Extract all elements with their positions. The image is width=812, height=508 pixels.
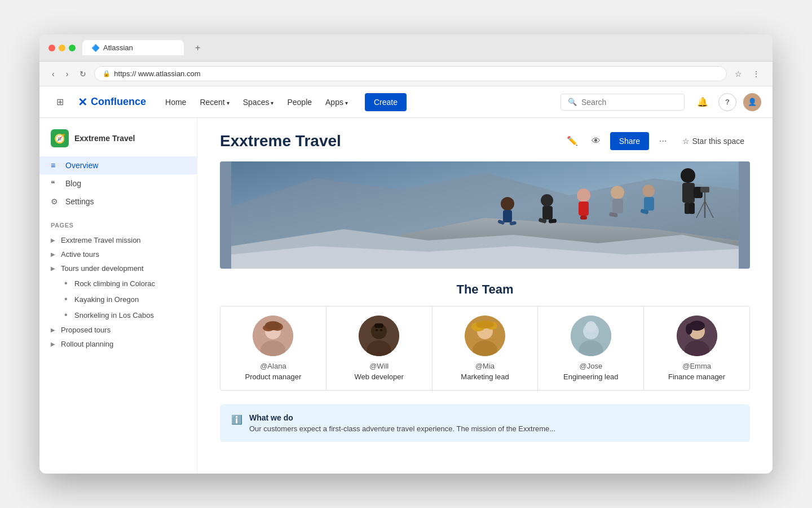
page-item-snorkeling[interactable]: • Snorkeling in Los Cabos [64,307,186,323]
pages-label: PAGES [51,222,186,229]
blog-icon: ❝ [51,179,60,188]
browser-titlebar: 🔷 Atlassian + [39,34,773,62]
space-icon: 🧭 [51,129,69,147]
page-item-rock-climbing[interactable]: • Rock climbing in Colorac [64,275,186,291]
user-avatar[interactable]: 👤 [743,93,761,111]
eye-icon: 👁 [592,136,601,146]
team-card-alana: @Alana Product manager [220,306,326,390]
browser-window: 🔷 Atlassian + ‹ › ↻ 🔒 https:// www.atlas… [39,34,773,474]
sidebar-blog[interactable]: ❝ Blog [39,174,197,192]
header-nav: Home Recent Spaces People Apps [160,94,354,110]
view-button[interactable]: 👁 [588,132,604,150]
info-box-text: Our customers expect a first-class adven… [249,424,555,433]
team-role-alana: Product manager [230,373,317,381]
help-button[interactable]: ? [718,93,736,111]
nav-recent[interactable]: Recent [194,94,235,110]
arrow-icon: ▶ [51,251,58,257]
svg-rect-42 [374,323,383,328]
team-handle-will: @Will [336,362,423,370]
hero-illustration [220,161,750,269]
svg-point-9 [541,194,553,207]
sub-pages: • Rock climbing in Colorac • Kayaking in… [51,275,186,323]
content-area: Exxtreme Travel ✏️ 👁 Share ··· ☆ Star th… [197,118,773,474]
browser-tab[interactable]: 🔷 Atlassian [82,40,184,55]
page-label: Tours under development [61,264,144,273]
svg-point-36 [265,321,281,330]
page-item-tours-under-dev[interactable]: ▶ Tours under development [51,261,186,275]
overview-icon: ≡ [51,161,60,170]
bullet-icon: • [64,278,71,288]
page-item-mission[interactable]: ▶ Exxtreme Travel mission [51,233,186,247]
refresh-button[interactable]: ↻ [76,67,90,81]
svg-rect-15 [580,216,587,220]
page-item-kayaking[interactable]: • Kayaking in Oregon [64,291,186,307]
sidebar-settings[interactable]: ⚙ Settings [39,192,197,211]
svg-point-41 [380,329,382,331]
team-handle-emma: @Emma [653,362,740,370]
team-handle-alana: @Alana [230,362,317,370]
browser-more-button[interactable]: ⋮ [749,67,764,81]
lock-icon: 🔒 [103,70,111,77]
avatar-emma [677,316,717,356]
address-bar[interactable]: 🔒 https:// www.atlassian.com [94,66,727,81]
sidebar-overview[interactable]: ≡ Overview [39,156,197,174]
team-card-jose: @Jose Engineering lead [538,306,644,390]
svg-point-13 [577,189,590,202]
space-name: Exxtreme Travel [74,134,135,143]
confluence-header: ⊞ ✕ Confluence Home Recent Spaces People… [39,86,773,118]
avatar-image: 👤 [748,98,757,106]
maximize-dot[interactable] [69,45,76,51]
nav-home[interactable]: Home [160,94,192,110]
nav-apps[interactable]: Apps [320,94,354,110]
create-button[interactable]: Create [365,93,407,111]
confluence-logo-icon: ✕ [78,95,87,109]
search-icon: 🔍 [568,98,577,106]
star-space-button[interactable]: ☆ Star this space [677,133,750,149]
page-item-proposed-tours[interactable]: ▶ Proposed tours [51,323,186,337]
info-box: ℹ️ What we do Our customers expect a fir… [220,404,750,442]
svg-point-5 [501,197,514,211]
settings-icon: ⚙ [51,197,60,206]
svg-rect-17 [612,199,623,213]
page-title: Exxtreme Travel [220,132,563,150]
new-tab-button[interactable]: + [191,41,205,55]
svg-rect-20 [644,197,654,211]
notification-button[interactable]: 🔔 [694,93,712,111]
confluence-logo-text: Confluence [91,96,146,108]
avatar-alana [253,316,293,356]
team-card-emma: @Emma Finance manager [644,306,749,390]
edit-button[interactable]: ✏️ [563,132,582,150]
url-text: https:// www.atlassian.com [114,69,200,78]
nav-spaces[interactable]: Spaces [237,94,280,110]
more-options-button[interactable]: ··· [655,133,671,150]
forward-button[interactable]: › [63,67,72,81]
nav-spaces-label: Spaces [243,98,270,107]
share-button[interactable]: Share [610,132,649,150]
info-icon: ℹ️ [231,414,242,425]
sidebar: 🧭 Exxtreme Travel ≡ Overview ❝ Blog ⚙ Se… [39,118,197,474]
main-layout: 🧭 Exxtreme Travel ≡ Overview ❝ Blog ⚙ Se… [39,118,773,474]
search-box[interactable]: 🔍 [561,94,685,111]
bullet-icon: • [64,310,71,320]
star-label: Star this space [692,137,744,146]
page-label: Exxtreme Travel mission [61,236,141,244]
page-label: Active tours [61,250,99,259]
minimize-dot[interactable] [59,45,65,51]
back-button[interactable]: ‹ [48,67,58,81]
svg-point-52 [585,321,597,332]
nav-people[interactable]: People [281,94,317,110]
svg-rect-23 [682,183,695,203]
search-input[interactable] [581,98,677,107]
arrow-icon: ▶ [51,265,58,271]
grid-menu-button[interactable]: ⊞ [51,93,69,111]
page-item-rollout[interactable]: ▶ Rollout planning [51,337,186,351]
close-dot[interactable] [48,45,55,51]
grid-icon: ⊞ [56,97,64,107]
nav-apps-label: Apps [325,98,343,107]
page-item-active-tours[interactable]: ▶ Active tours [51,247,186,261]
svg-point-40 [376,329,378,331]
overview-label: Overview [65,161,98,170]
hero-image [220,161,750,269]
nav-recent-label: Recent [200,98,224,107]
bookmark-button[interactable]: ☆ [731,67,745,81]
